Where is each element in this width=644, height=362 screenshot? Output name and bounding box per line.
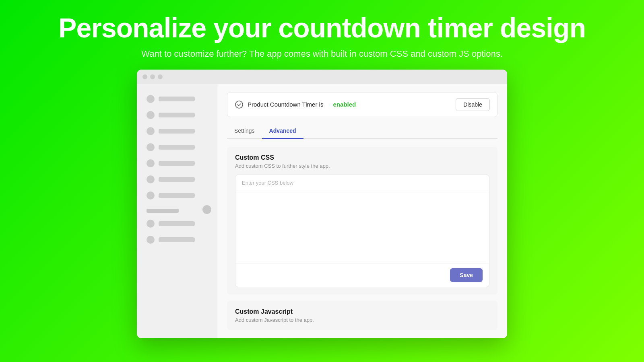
sidebar-label-3 bbox=[159, 129, 195, 134]
sidebar-sub-label-2 bbox=[159, 237, 195, 242]
sidebar-item-6[interactable] bbox=[142, 173, 211, 186]
sidebar-sub-item-2[interactable] bbox=[142, 233, 211, 247]
page-title: Personalize your countdown timer design bbox=[16, 13, 628, 43]
tabs-row: Settings Advanced bbox=[227, 123, 497, 139]
sidebar-avatar-1 bbox=[147, 95, 155, 103]
status-check-icon bbox=[235, 100, 244, 109]
page-subtitle: Want to customize further? The app comes… bbox=[16, 49, 628, 59]
status-left: Product Countdown Timer is enabled bbox=[235, 100, 356, 109]
browser-dot-green bbox=[158, 74, 163, 79]
sidebar-sub-avatar-2 bbox=[147, 236, 155, 244]
browser-titlebar bbox=[137, 70, 507, 84]
sidebar-avatar-4 bbox=[147, 143, 155, 151]
css-footer: Save bbox=[235, 263, 489, 287]
custom-js-section: Custom Javascript Add custom Javascript … bbox=[227, 301, 497, 330]
sidebar-sub-avatar-1 bbox=[147, 220, 155, 228]
sidebar-item-7[interactable] bbox=[142, 189, 211, 202]
custom-css-description: Add custom CSS to further style the app. bbox=[235, 163, 489, 169]
sidebar-avatar-7 bbox=[147, 191, 155, 200]
sidebar-item-2[interactable] bbox=[142, 108, 211, 122]
page-header: Personalize your countdown timer design … bbox=[0, 0, 644, 66]
tab-advanced[interactable]: Advanced bbox=[262, 123, 303, 139]
sidebar-label-1 bbox=[159, 97, 195, 101]
browser-dot-yellow bbox=[150, 74, 155, 79]
sidebar-label-7 bbox=[159, 193, 195, 198]
sidebar-avatar-6 bbox=[147, 175, 155, 183]
sidebar-section-label bbox=[147, 209, 179, 213]
svg-point-0 bbox=[235, 101, 243, 108]
status-enabled-word: enabled bbox=[333, 101, 356, 108]
sidebar-avatar-5 bbox=[147, 159, 155, 167]
sidebar bbox=[137, 84, 217, 338]
disable-button[interactable]: Disable bbox=[456, 98, 490, 111]
custom-js-title: Custom Javascript bbox=[235, 308, 489, 315]
sidebar-add-icon[interactable] bbox=[202, 205, 211, 214]
sidebar-item-4[interactable] bbox=[142, 140, 211, 154]
css-input-header: Enter your CSS below bbox=[235, 175, 489, 191]
sidebar-sub-item-1[interactable] bbox=[142, 217, 211, 230]
css-card: Enter your CSS below Save bbox=[235, 175, 489, 287]
custom-js-description: Add custom Javascript to the app. bbox=[235, 317, 489, 323]
browser-dot-red bbox=[142, 74, 147, 79]
save-button[interactable]: Save bbox=[450, 268, 483, 282]
status-bar: Product Countdown Timer is enabled Disab… bbox=[227, 92, 497, 117]
custom-css-section: Custom CSS Add custom CSS to further sty… bbox=[227, 147, 497, 294]
status-text: Product Countdown Timer is bbox=[248, 101, 323, 108]
custom-css-title: Custom CSS bbox=[235, 154, 489, 161]
sidebar-sub-label-1 bbox=[159, 221, 195, 226]
sidebar-avatar-2 bbox=[147, 111, 155, 119]
browser-window: Product Countdown Timer is enabled Disab… bbox=[137, 70, 507, 338]
sidebar-label-6 bbox=[159, 177, 195, 182]
sidebar-item-3[interactable] bbox=[142, 124, 211, 138]
sidebar-item-1[interactable] bbox=[142, 92, 211, 106]
tab-settings[interactable]: Settings bbox=[227, 123, 262, 139]
browser-body: Product Countdown Timer is enabled Disab… bbox=[137, 84, 507, 338]
sidebar-item-5[interactable] bbox=[142, 156, 211, 170]
main-content: Product Countdown Timer is enabled Disab… bbox=[217, 84, 507, 338]
sidebar-section-header bbox=[142, 205, 211, 214]
sidebar-label-4 bbox=[159, 145, 195, 150]
sidebar-avatar-3 bbox=[147, 127, 155, 135]
css-textarea[interactable] bbox=[235, 191, 489, 261]
sidebar-label-2 bbox=[159, 113, 195, 117]
sidebar-label-5 bbox=[159, 161, 195, 166]
